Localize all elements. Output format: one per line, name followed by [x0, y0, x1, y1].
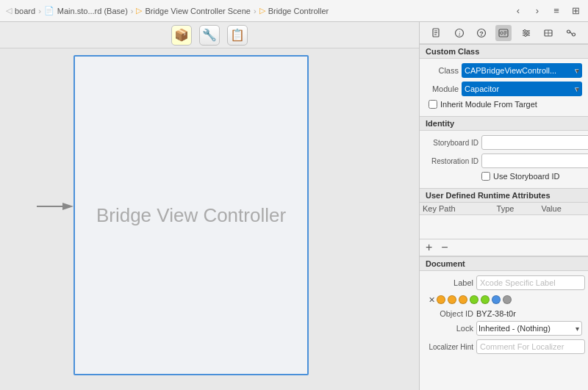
inherit-module-checkbox[interactable] — [429, 100, 437, 109]
svg-point-19 — [526, 32, 528, 34]
localizer-hint-input[interactable] — [476, 339, 585, 354]
breadcrumb-sep-1: › — [38, 7, 41, 15]
module-row: Module Capacitor ▾ — [426, 82, 582, 96]
remove-attribute-button[interactable]: − — [440, 242, 449, 253]
svg-point-11 — [501, 32, 503, 35]
add-attribute-button[interactable]: + — [424, 242, 434, 253]
color-dot-5[interactable] — [481, 295, 490, 304]
class-label: Class — [426, 66, 459, 75]
document-section-header: Document — [420, 256, 588, 271]
color-dot-3[interactable] — [459, 295, 467, 304]
svg-text:i: i — [459, 30, 460, 37]
identity-section-header: Identity — [420, 116, 588, 131]
col-value: Value — [538, 203, 588, 215]
custom-class-section-header: Custom Class — [420, 44, 588, 59]
svg-point-25 — [572, 33, 575, 36]
breadcrumb-home-label: board — [15, 7, 35, 15]
breadcrumb-bar: ◁ board › 📄 Main.sto...rd (Base) › ▷ Bri… — [0, 0, 588, 22]
panel-icon-bar: i ? — [420, 22, 588, 44]
breadcrumb-back[interactable]: ◁ board — [6, 6, 35, 15]
module-select[interactable]: Capacitor ▾ — [462, 82, 582, 96]
panel-connections-icon-btn[interactable] — [563, 25, 579, 41]
svg-line-26 — [570, 32, 572, 35]
view-controller-box: Bridge View Controller — [74, 55, 309, 375]
toolbar-btn-3[interactable]: 📋 — [227, 25, 248, 46]
color-section: ✕ — [426, 294, 582, 306]
panel-info-icon-btn[interactable]: i — [451, 25, 467, 41]
object-id-label: Object ID — [426, 309, 473, 318]
panel-identity-icon-btn[interactable] — [495, 25, 512, 41]
class-dropdown-arrow: ▾ — [575, 66, 579, 76]
color-dot-1[interactable] — [437, 295, 445, 304]
custom-class-content: Class CAPBridgeViewControll... ▾ Module … — [420, 59, 588, 116]
add-remove-bar: + − — [420, 239, 588, 256]
storyboard-id-row: Storyboard ID — [426, 135, 582, 150]
module-select-wrapper: Capacitor ▾ — [462, 82, 582, 96]
color-dot-7[interactable] — [503, 295, 512, 304]
document-label-input[interactable] — [476, 275, 585, 290]
storyboard-id-input[interactable] — [481, 135, 588, 150]
user-defined-section-header: User Defined Runtime Attributes — [420, 188, 588, 203]
color-dots — [437, 295, 512, 304]
restoration-id-input[interactable] — [481, 154, 588, 168]
panel-attributes-icon-btn[interactable] — [518, 25, 534, 41]
document-label-label: Label — [426, 278, 473, 287]
col-type: Type — [494, 203, 539, 215]
nav-list-button[interactable]: ≡ — [550, 4, 563, 18]
controller-icon: ▷ — [259, 6, 265, 15]
file-icon-small: 📄 — [44, 6, 54, 15]
nav-back-button[interactable]: ‹ — [512, 4, 525, 18]
use-storyboard-label: Use Storyboard ID — [493, 172, 559, 181]
lock-label: Lock — [426, 324, 473, 333]
color-x-button[interactable]: ✕ — [429, 295, 435, 305]
nav-forward-button[interactable]: › — [531, 4, 544, 18]
breadcrumb-main-label: Main.sto...rd (Base) — [57, 7, 128, 15]
scene-icon: ▷ — [136, 6, 142, 15]
lock-select-wrapper: Inherited - (Nothing) — [476, 321, 582, 336]
object-id-value: BYZ-38-t0r — [476, 309, 516, 318]
localizer-hint-row: Localizer Hint — [426, 339, 582, 354]
breadcrumb-sep-3: › — [254, 7, 257, 15]
inherit-module-label: Inherit Module From Target — [440, 100, 537, 109]
toolbar-btn-2[interactable]: 🔧 — [199, 25, 220, 46]
color-dot-6[interactable] — [492, 295, 501, 304]
attr-table-area: Key Path Type Value — [420, 203, 588, 239]
breadcrumb-sep-2: › — [131, 7, 134, 15]
breadcrumb-controller[interactable]: ▷ Bridge Controller — [259, 6, 329, 15]
breadcrumb-main-storyboard[interactable]: 📄 Main.sto...rd (Base) — [44, 6, 128, 15]
localizer-hint-label: Localizer Hint — [426, 343, 473, 351]
breadcrumb-scene[interactable]: ▷ Bridge View Controller Scene — [136, 6, 250, 15]
back-arrow-icon: ◁ — [6, 6, 12, 15]
vc-label: Bridge View Controller — [96, 204, 286, 227]
svg-point-20 — [524, 34, 526, 36]
attr-table: Key Path Type Value — [420, 203, 588, 215]
nav-grid-button[interactable]: ⊞ — [569, 4, 582, 18]
color-dot-2[interactable] — [448, 295, 456, 304]
breadcrumb-controls: ‹ › ≡ ⊞ — [512, 4, 582, 18]
class-value: CAPBridgeViewControll... — [465, 66, 556, 75]
right-panel: i ? Custom Class Class — [419, 22, 588, 390]
inherit-module-row: Inherit Module From Target — [426, 100, 582, 109]
use-storyboard-checkbox[interactable] — [481, 172, 490, 181]
document-content: Label ✕ Object ID BYZ-38-t0r — [420, 271, 588, 362]
main-area: 📦 🔧 📋 Bridge View Controller i — [0, 22, 588, 390]
module-label: Module — [426, 84, 459, 93]
class-select[interactable]: CAPBridgeViewControll... ▾ — [462, 63, 582, 78]
module-dropdown-arrow: ▾ — [575, 84, 579, 94]
object-id-row: Object ID BYZ-38-t0r — [426, 309, 582, 318]
canvas-area: 📦 🔧 📋 Bridge View Controller — [0, 22, 419, 390]
svg-point-24 — [567, 30, 570, 33]
svg-text:?: ? — [479, 29, 484, 37]
panel-file-icon-btn[interactable] — [429, 25, 445, 41]
color-dot-4[interactable] — [470, 295, 478, 304]
lock-row: Lock Inherited - (Nothing) — [426, 321, 582, 336]
storyboard-id-label: Storyboard ID — [426, 139, 478, 147]
identity-content: Storyboard ID Restoration ID Use Storybo… — [420, 131, 588, 188]
class-select-wrapper: CAPBridgeViewControll... ▾ — [462, 63, 582, 78]
toolbar-btn-1[interactable]: 📦 — [171, 25, 192, 46]
breadcrumb-scene-label: Bridge View Controller Scene — [145, 7, 250, 15]
panel-help-icon-btn[interactable]: ? — [473, 25, 490, 41]
lock-select[interactable]: Inherited - (Nothing) — [476, 321, 582, 336]
panel-size-icon-btn[interactable] — [540, 25, 556, 41]
document-label-row: Label — [426, 275, 582, 290]
